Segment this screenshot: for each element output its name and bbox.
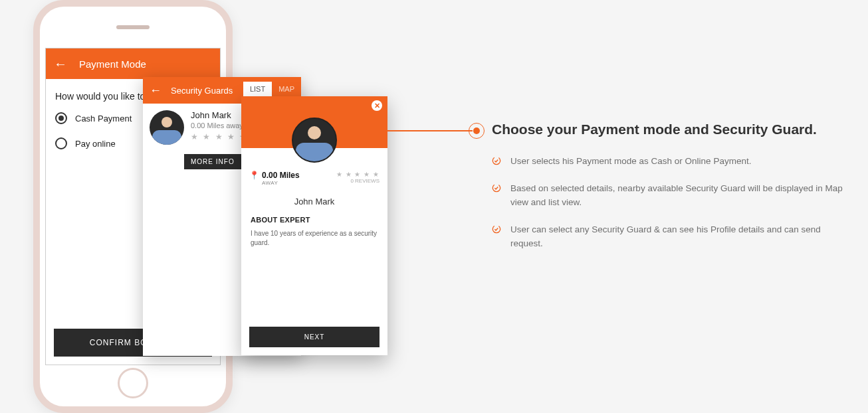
guard-name: John Mark — [241, 197, 387, 206]
star-rating: ★ ★ ★ ★ ★ — [191, 132, 248, 141]
guard-name: John Mark — [191, 110, 248, 120]
bullet-item: User can select any Security Guard & can… — [492, 223, 855, 251]
distance-label: AWAY — [262, 180, 300, 186]
guard-profile-card: ✕ 📍 0.00 Miles AWAY ★ ★ ★ ★ ★ 0 REVIEWS … — [241, 96, 387, 355]
bullet-text: Based on selected details, nearby availa… — [510, 182, 855, 210]
radio-icon — [55, 112, 67, 124]
more-info-button[interactable]: MORE INFO — [184, 154, 241, 169]
location-pin-icon: 📍 — [249, 171, 259, 180]
back-icon[interactable]: ← — [150, 84, 162, 98]
marketing-copy: Choose your Payment mode and Security Gu… — [492, 122, 855, 264]
bullet-text: User selects his Payment mode as Cash or… — [510, 155, 751, 169]
back-icon[interactable]: ← — [54, 57, 67, 70]
reviews-count: 0 REVIEWS — [336, 178, 380, 184]
app-bar-payment: ← Payment Mode — [46, 48, 220, 79]
bullet-text: User can select any Security Guard & can… — [510, 223, 855, 251]
about-text: I have 10 years of experience as a secur… — [251, 229, 378, 248]
next-button[interactable]: NEXT — [249, 327, 380, 347]
connector-dot-icon — [469, 123, 485, 139]
connector-line — [387, 130, 473, 131]
check-icon — [492, 156, 501, 165]
radio-icon — [55, 137, 67, 149]
close-icon[interactable]: ✕ — [372, 100, 382, 111]
distance-value: 0.00 Miles — [262, 171, 300, 180]
check-icon — [492, 183, 501, 193]
avatar — [150, 110, 184, 145]
star-rating: ★ ★ ★ ★ ★ — [336, 171, 380, 178]
bullet-item: User selects his Payment mode as Cash or… — [492, 155, 855, 169]
guard-distance: 0.00 Miles away — [191, 122, 248, 129]
avatar — [292, 118, 337, 163]
payment-option-label: Pay online — [75, 139, 116, 149]
payment-option-label: Cash Payment — [75, 114, 132, 124]
about-heading: ABOUT EXPERT — [251, 216, 378, 224]
page-title: Payment Mode — [79, 58, 212, 70]
marketing-heading: Choose your Payment mode and Security Gu… — [492, 122, 855, 137]
bullet-item: Based on selected details, nearby availa… — [492, 182, 855, 210]
profile-header: ✕ — [241, 96, 387, 148]
check-icon — [492, 224, 501, 234]
page-title: Security Guards — [171, 86, 243, 96]
